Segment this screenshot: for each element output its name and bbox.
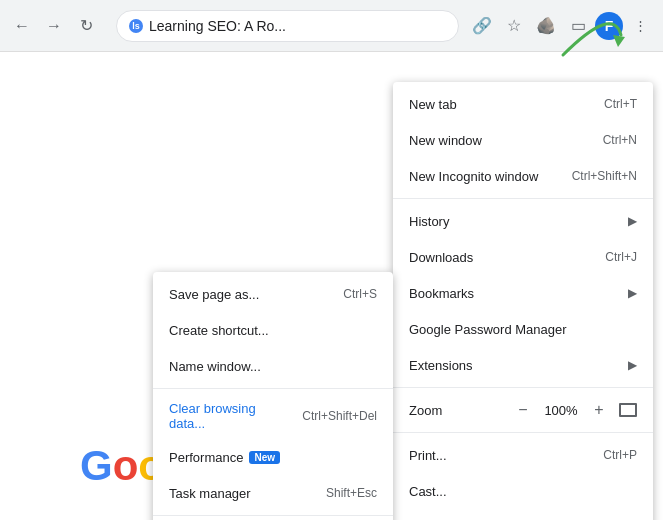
menu-label-cast: Cast... bbox=[409, 484, 447, 499]
menu-item-find[interactable]: Find... Ctrl+F bbox=[393, 509, 653, 520]
submenu-shortcut-save-page: Ctrl+S bbox=[343, 287, 377, 301]
menu-shortcut-new-tab: Ctrl+T bbox=[604, 97, 637, 111]
submenu-item-performance[interactable]: Performance New bbox=[153, 439, 393, 475]
submenu-divider-2 bbox=[153, 515, 393, 516]
more-tools-submenu: Save page as... Ctrl+S Create shortcut..… bbox=[153, 272, 393, 520]
menu-label-incognito: New Incognito window bbox=[409, 169, 538, 184]
tab-favicon: ls bbox=[129, 19, 143, 33]
submenu-label-task-manager: Task manager bbox=[169, 486, 251, 501]
menu-label-new-tab: New tab bbox=[409, 97, 457, 112]
submenu-label-create-shortcut: Create shortcut... bbox=[169, 323, 269, 338]
profile-button[interactable]: F bbox=[595, 12, 623, 40]
submenu-shortcut-clear-data: Ctrl+Shift+Del bbox=[302, 409, 377, 423]
browser-toolbar: Click the three vertical dots ← → ↻ ls L… bbox=[0, 0, 663, 52]
menu-item-downloads[interactable]: Downloads Ctrl+J bbox=[393, 239, 653, 275]
submenu-item-clear-data[interactable]: Clear browsing data... Ctrl+Shift+Del bbox=[153, 393, 393, 439]
submenu-item-save-page[interactable]: Save page as... Ctrl+S bbox=[153, 276, 393, 312]
back-button[interactable]: ← bbox=[8, 12, 36, 40]
menu-item-cast[interactable]: Cast... bbox=[393, 473, 653, 509]
zoom-percent-display: 100% bbox=[543, 403, 579, 418]
extensions-arrow-icon: ▶ bbox=[628, 358, 637, 372]
bookmarks-arrow-icon: ▶ bbox=[628, 286, 637, 300]
submenu-label-performance: Performance New bbox=[169, 450, 280, 465]
forward-button[interactable]: → bbox=[40, 12, 68, 40]
menu-shortcut-downloads: Ctrl+J bbox=[605, 250, 637, 264]
share-button[interactable]: 🔗 bbox=[467, 11, 497, 41]
submenu-label-save-page: Save page as... bbox=[169, 287, 259, 302]
menu-item-print[interactable]: Print... Ctrl+P bbox=[393, 437, 653, 473]
zoom-control: Zoom − 100% + bbox=[393, 392, 653, 428]
zoom-controls-group: − 100% + bbox=[511, 398, 637, 422]
bookmark-button[interactable]: ☆ bbox=[499, 11, 529, 41]
menu-divider-1 bbox=[393, 198, 653, 199]
submenu-shortcut-task-manager: Shift+Esc bbox=[326, 486, 377, 500]
submenu-item-task-manager[interactable]: Task manager Shift+Esc bbox=[153, 475, 393, 511]
submenu-label-name-window: Name window... bbox=[169, 359, 261, 374]
menu-label-passwords: Google Password Manager bbox=[409, 322, 567, 337]
menu-divider-3 bbox=[393, 432, 653, 433]
menu-label-new-window: New window bbox=[409, 133, 482, 148]
zoom-out-button[interactable]: − bbox=[511, 398, 535, 422]
menu-label-downloads: Downloads bbox=[409, 250, 473, 265]
nav-buttons: ← → ↻ bbox=[8, 12, 100, 40]
zoom-in-button[interactable]: + bbox=[587, 398, 611, 422]
menu-label-print: Print... bbox=[409, 448, 447, 463]
submenu-item-create-shortcut[interactable]: Create shortcut... bbox=[153, 312, 393, 348]
menu-label-history: History bbox=[409, 214, 449, 229]
fullscreen-button[interactable] bbox=[619, 403, 637, 417]
address-bar[interactable]: ls Learning SEO: A Ro... bbox=[116, 10, 459, 42]
extensions-button[interactable]: 🪨 bbox=[531, 11, 561, 41]
menu-shortcut-incognito: Ctrl+Shift+N bbox=[572, 169, 637, 183]
submenu-label-clear-data: Clear browsing data... bbox=[169, 401, 286, 431]
submenu-item-name-window[interactable]: Name window... bbox=[153, 348, 393, 384]
refresh-button[interactable]: ↻ bbox=[72, 12, 100, 40]
chrome-context-menu: New tab Ctrl+T New window Ctrl+N New Inc… bbox=[393, 82, 653, 520]
menu-item-passwords[interactable]: Google Password Manager bbox=[393, 311, 653, 347]
menu-label-extensions: Extensions bbox=[409, 358, 473, 373]
menu-item-history[interactable]: History ▶ bbox=[393, 203, 653, 239]
submenu-divider-1 bbox=[153, 388, 393, 389]
history-arrow-icon: ▶ bbox=[628, 214, 637, 228]
split-button[interactable]: ▭ bbox=[563, 11, 593, 41]
menu-item-bookmarks[interactable]: Bookmarks ▶ bbox=[393, 275, 653, 311]
new-badge: New bbox=[249, 451, 280, 464]
page-content: G o o g l e 🎤 New tab Ctrl+T New window … bbox=[0, 52, 663, 520]
zoom-label: Zoom bbox=[409, 403, 442, 418]
menu-divider-2 bbox=[393, 387, 653, 388]
menu-shortcut-new-window: Ctrl+N bbox=[603, 133, 637, 147]
menu-item-new-tab[interactable]: New tab Ctrl+T bbox=[393, 86, 653, 122]
menu-item-extensions[interactable]: Extensions ▶ bbox=[393, 347, 653, 383]
menu-item-incognito[interactable]: New Incognito window Ctrl+Shift+N bbox=[393, 158, 653, 194]
menu-label-bookmarks: Bookmarks bbox=[409, 286, 474, 301]
three-dots-button[interactable]: ⋮ bbox=[625, 11, 655, 41]
menu-shortcut-print: Ctrl+P bbox=[603, 448, 637, 462]
toolbar-actions: 🔗 ☆ 🪨 ▭ F ⋮ bbox=[467, 11, 655, 41]
address-text: Learning SEO: A Ro... bbox=[149, 18, 286, 34]
menu-item-new-window[interactable]: New window Ctrl+N bbox=[393, 122, 653, 158]
